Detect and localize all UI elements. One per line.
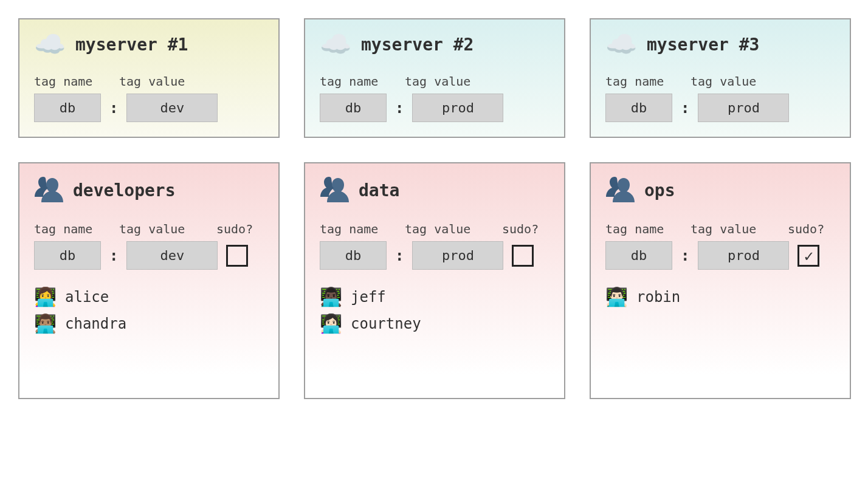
- people-icon: [34, 176, 63, 205]
- member-list: 👨🏿‍💻jeff👩🏻‍💻courtney: [320, 288, 549, 333]
- tag-name-label: tag name: [34, 74, 107, 89]
- tag-value-chip: dev: [126, 94, 218, 122]
- member-item: 👩🏻‍💻courtney: [320, 315, 549, 333]
- tag-value-label: tag value: [119, 222, 204, 236]
- member-name: chandra: [65, 315, 126, 332]
- tag-value-label: tag value: [405, 222, 490, 236]
- server-card: ☁️myserver #1tag nametag valuedb:dev: [18, 18, 280, 138]
- sudo-label: sudo?: [502, 222, 545, 236]
- tag-colon: :: [109, 247, 118, 264]
- cloud-icon: ☁️: [34, 32, 66, 57]
- tag-name-label: tag name: [320, 222, 393, 236]
- server-title: myserver #1: [75, 35, 188, 55]
- member-name: alice: [65, 289, 109, 306]
- group-title: developers: [73, 180, 176, 200]
- tag-value-label: tag value: [691, 222, 776, 236]
- tag-name-label: tag name: [605, 74, 678, 89]
- group-card: developerstag nametag valuesudo?db:dev👩‍…: [18, 162, 280, 399]
- tag-value-label: tag value: [691, 74, 776, 89]
- cloud-icon: ☁️: [605, 32, 637, 57]
- person-icon: 👨🏽‍💻: [34, 315, 57, 333]
- person-icon: 👨🏿‍💻: [320, 288, 342, 306]
- tag-value-chip: prod: [698, 241, 789, 270]
- tag-value-chip: prod: [412, 94, 503, 122]
- member-item: 👨🏽‍💻chandra: [34, 315, 264, 333]
- tag-colon: :: [395, 100, 404, 117]
- tag-name-chip: db: [605, 94, 672, 122]
- person-icon: 👩‍💻: [34, 288, 57, 306]
- tag-colon: :: [681, 100, 689, 117]
- group-card: datatag nametag valuesudo?db:prod👨🏿‍💻jef…: [304, 162, 565, 399]
- sudo-label: sudo?: [788, 222, 830, 236]
- tag-value-chip: prod: [698, 94, 789, 122]
- tag-name-chip: db: [34, 241, 101, 270]
- member-item: 👩‍💻alice: [34, 288, 264, 306]
- sudo-checkbox[interactable]: [512, 245, 534, 267]
- tag-name-chip: db: [320, 241, 387, 270]
- member-name: robin: [636, 289, 680, 306]
- people-icon: [605, 176, 635, 205]
- member-name: jeff: [351, 289, 386, 306]
- person-icon: 👩🏻‍💻: [320, 315, 342, 333]
- people-icon: [320, 176, 349, 205]
- server-card: ☁️myserver #3tag nametag valuedb:prod: [590, 18, 851, 138]
- tag-value-label: tag value: [405, 74, 490, 89]
- person-icon: 👨🏻‍💻: [605, 288, 628, 306]
- server-title: myserver #3: [647, 35, 759, 55]
- group-card: opstag nametag valuesudo?db:prod✓👨🏻‍💻rob…: [590, 162, 851, 399]
- tag-name-chip: db: [320, 94, 387, 122]
- tag-name-label: tag name: [34, 222, 107, 236]
- tag-colon: :: [109, 100, 118, 117]
- server-card: ☁️myserver #2tag nametag valuedb:prod: [304, 18, 565, 138]
- tag-colon: :: [681, 247, 689, 264]
- member-name: courtney: [351, 315, 421, 332]
- cloud-icon: ☁️: [320, 32, 351, 57]
- tag-value-label: tag value: [119, 74, 204, 89]
- tag-value-chip: prod: [412, 241, 503, 270]
- tag-name-label: tag name: [605, 222, 678, 236]
- tag-name-chip: db: [34, 94, 101, 122]
- member-item: 👨🏿‍💻jeff: [320, 288, 549, 306]
- group-title: ops: [644, 180, 675, 200]
- sudo-checkbox[interactable]: ✓: [797, 245, 819, 267]
- server-title: myserver #2: [361, 35, 474, 55]
- tag-colon: :: [395, 247, 404, 264]
- sudo-checkbox[interactable]: [226, 245, 248, 267]
- tag-value-chip: dev: [126, 241, 218, 270]
- tag-name-chip: db: [605, 241, 672, 270]
- sudo-label: sudo?: [216, 222, 259, 236]
- tag-name-label: tag name: [320, 74, 393, 89]
- member-item: 👨🏻‍💻robin: [605, 288, 835, 306]
- member-list: 👩‍💻alice👨🏽‍💻chandra: [34, 288, 264, 333]
- member-list: 👨🏻‍💻robin: [605, 288, 835, 306]
- group-title: data: [359, 180, 399, 200]
